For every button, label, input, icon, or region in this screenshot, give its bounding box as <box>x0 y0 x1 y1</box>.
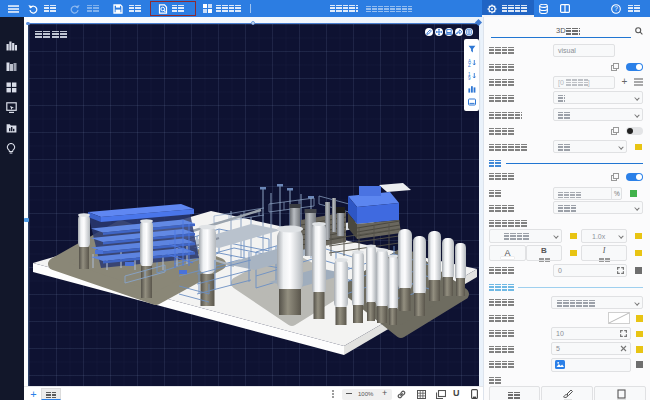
svg-text:Z: Z <box>468 63 471 67</box>
svg-text:9: 9 <box>468 76 471 80</box>
svg-text:?: ? <box>614 5 618 12</box>
